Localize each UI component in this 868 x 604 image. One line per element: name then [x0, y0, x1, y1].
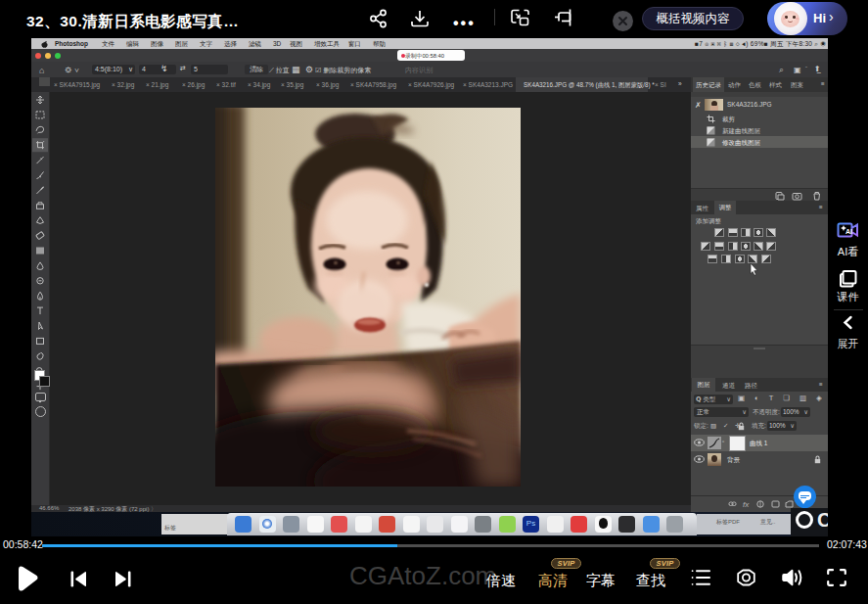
svg-text:AI: AI	[845, 228, 852, 235]
svg-text:fx: fx	[743, 500, 750, 509]
